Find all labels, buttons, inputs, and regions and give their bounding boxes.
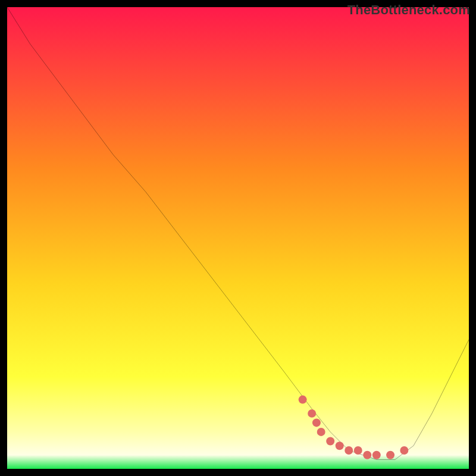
watermark-text: TheBottleneck.com: [347, 2, 470, 18]
marker-dot: [372, 451, 381, 459]
marker-dot: [345, 446, 353, 455]
marker-dot: [312, 418, 321, 427]
marker-dot: [400, 446, 408, 455]
chart-container: TheBottleneck.com: [0, 0, 476, 476]
chart-background: [7, 7, 469, 469]
marker-dot: [299, 396, 307, 404]
marker-dot: [326, 437, 334, 445]
marker-dot: [386, 451, 394, 459]
marker-dot: [317, 428, 325, 436]
marker-dot: [354, 446, 362, 455]
marker-dot: [363, 451, 371, 459]
marker-dot: [336, 441, 344, 450]
marker-dot: [308, 409, 316, 418]
bottleneck-chart: [7, 7, 469, 469]
